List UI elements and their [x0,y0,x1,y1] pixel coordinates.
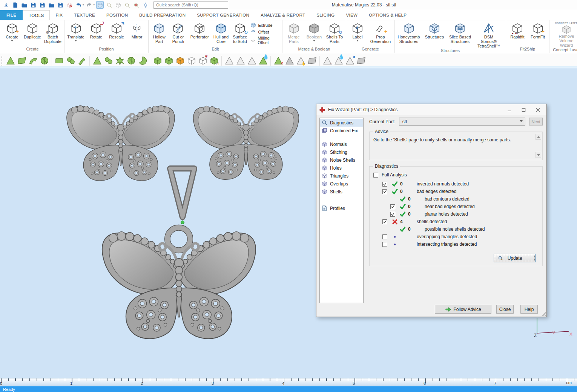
pie-selection-icon[interactable] [126,55,136,66]
mark-shell-icon[interactable] [39,55,49,66]
mark-surface-icon[interactable] [28,55,38,66]
maximize-icon[interactable] [518,106,529,114]
offset-button[interactable]: Offset [250,29,279,35]
tab-analyze-report[interactable]: ANALYZE & REPORT [255,10,311,20]
split-triangle-icon[interactable] [247,55,257,66]
create-triangle-icon[interactable] [224,55,234,66]
next-button[interactable]: Next [529,118,543,126]
formfit-button[interactable]: ✦FormFit [528,21,548,39]
open-project-icon[interactable] [20,1,28,9]
label-dropdown-icon[interactable] [356,40,359,41]
row-checkbox[interactable] [390,204,395,209]
toolbar-drag-handle[interactable] [2,56,3,66]
mirror-button[interactable]: Mirror [127,21,147,39]
mark-triangle-icon[interactable] [5,55,15,66]
extrude-button[interactable]: Extrude [250,22,279,28]
row-checkbox[interactable] [382,242,387,247]
rescale-button[interactable]: ◥Rescale [107,21,126,39]
tab-file[interactable]: FILE [0,10,23,20]
new-document-icon[interactable] [11,1,19,9]
star-selection-icon[interactable] [115,55,125,66]
duplicate-button[interactable]: Duplicate [23,21,42,39]
save-part-icon[interactable] [57,1,64,9]
surface-to-solid-button[interactable]: ↻Surface to Solid [231,21,249,44]
tab-fix[interactable]: FIX [50,10,68,20]
shells-to-parts-button[interactable]: ↻Shells To Parts [325,21,344,44]
slice-based-structures-button[interactable]: Slice Based Structures [448,21,473,44]
tab-options-help[interactable]: OPTIONS & HELP [363,10,412,20]
sidebar-item-profiles[interactable]: Profiles [320,204,363,212]
sidebar-item-noise-shells[interactable]: Noise Shells [320,156,363,164]
create-dropdown-icon[interactable] [11,40,13,41]
sidebar-item-overlaps[interactable]: Overlaps [320,180,363,188]
unzoom-icon[interactable] [132,1,140,9]
sidebar-item-stitching[interactable]: Stitching [320,148,363,156]
rotate-button[interactable]: ⤾Rotate [86,21,106,39]
hole-triangle-icon[interactable]: ○ [322,55,332,66]
select-hex-core-icon[interactable]: ✱ [198,55,208,66]
close-icon[interactable] [532,106,543,114]
tab-slicing[interactable]: SLICING [311,10,340,20]
sharp-triangle-icon[interactable]: ● [345,55,355,66]
shaded-triangle-icon[interactable] [356,55,366,66]
butterfly-model-top-left[interactable] [67,106,175,181]
scroll-down-icon[interactable] [536,152,541,158]
save-as-icon[interactable] [38,1,46,9]
rectangle-selection-icon[interactable] [54,55,64,66]
butterfly-model-top-right[interactable] [193,106,299,179]
move-triangle-icon[interactable] [284,55,295,66]
flip-triangle-icon[interactable] [307,55,317,66]
scroll-up-icon[interactable] [536,134,541,140]
tab-texture[interactable]: TEXTURE [68,10,101,20]
prop-generation-button[interactable]: ✦Prop Generation [368,21,393,44]
sidebar-item-diagnostics[interactable]: Diagnostics [320,119,363,127]
tab-tools[interactable]: TOOLS [23,10,50,20]
select-colored-cube-icon[interactable] [175,55,185,66]
settings-icon[interactable] [141,1,149,9]
hollow-part-button[interactable]: Hollow Part [150,21,168,44]
sidebar-item-triangles[interactable]: Triangles [320,172,363,180]
minimize-icon[interactable] [503,106,515,114]
save-icon[interactable] [29,1,37,9]
tab-position[interactable]: POSITION [101,10,134,20]
sector-selection-icon[interactable] [137,55,147,66]
structures-button[interactable]: Structures [422,21,447,39]
sidebar-item-normals[interactable]: Normals [320,140,363,148]
row-checkbox[interactable] [390,212,395,217]
undo-icon[interactable] [75,1,82,9]
select-part-icon[interactable] [114,1,122,9]
viewport-3d[interactable]: Z X Fix Wizard (Part: stl) > Diagnostics… [0,68,577,378]
dsm-somos-tetrashell-button[interactable]: DSM Somos® TetraShell™ [473,21,504,48]
hull-and-core-button[interactable]: Hull and Core [212,21,230,44]
sidebar-item-shells[interactable]: Shells [320,188,363,196]
repair-triangle-icon[interactable]: 💧 [258,55,268,66]
select-through-cube-icon[interactable] [152,55,163,66]
select-box-icon[interactable]: ◳ [209,55,219,66]
polyline-selection-icon[interactable] [77,55,87,66]
window-triangle-selection-icon[interactable] [92,55,102,66]
deselect-cube-icon[interactable] [186,55,196,66]
follow-advice-button[interactable]: Follow Advice [435,305,491,314]
milling-offset-button[interactable]: Milling Offset [250,36,279,45]
zoom-in-icon[interactable] [123,1,131,9]
close-button[interactable]: Close [496,305,514,314]
sidebar-item-combined-fix[interactable]: Combined Fix [320,127,363,135]
row-checkbox[interactable] [382,189,387,194]
brush-selection-icon[interactable] [103,55,114,66]
current-part-dropdown[interactable]: stl [399,118,525,126]
smooth-triangle-icon[interactable]: 💧 [333,55,344,66]
delete-triangle-icon[interactable]: ✕ [273,55,283,66]
update-button[interactable]: Update [494,254,536,262]
resize-grip[interactable] [541,311,546,316]
circle-selection-icon[interactable] [66,55,76,66]
redo-dropdown-icon[interactable]: ▾ [94,3,95,6]
quick-search-input[interactable] [153,2,228,9]
row-checkbox[interactable] [382,234,387,239]
tab-view[interactable]: VIEW [340,10,363,20]
translate-dropdown-icon[interactable] [75,40,77,41]
remove-part-icon[interactable] [66,1,73,9]
zoom-part-icon[interactable] [105,1,113,9]
help-button[interactable]: Help [520,305,538,314]
translate-button[interactable]: ✛Translate [66,21,86,41]
cut-or-punch-button[interactable]: Cut or Punch [169,21,187,44]
